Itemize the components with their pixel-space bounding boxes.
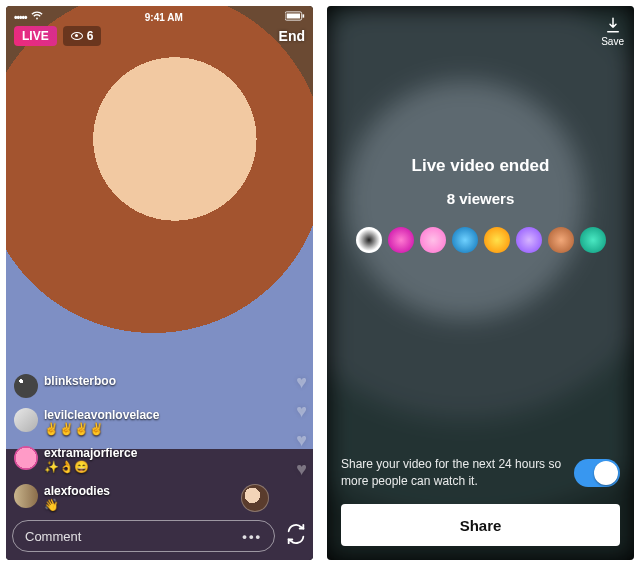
comment-input-row: Comment ••• bbox=[12, 520, 307, 552]
comment-username: blinksterboo bbox=[44, 374, 116, 388]
comment-row[interactable]: blinksterboo bbox=[14, 374, 253, 398]
end-button[interactable]: End bbox=[279, 28, 305, 44]
avatar bbox=[14, 408, 38, 432]
comment-text: ✌️✌️✌️✌️ bbox=[44, 422, 159, 436]
status-time: 9:41 AM bbox=[145, 12, 183, 23]
switch-camera-icon[interactable] bbox=[285, 523, 307, 549]
heart-icon: ♥ bbox=[296, 372, 307, 393]
share-toggle[interactable] bbox=[574, 459, 620, 487]
viewer-avatar[interactable] bbox=[484, 227, 510, 253]
heart-icon: ♥ bbox=[296, 401, 307, 422]
comment-row[interactable]: alexfoodies 👋 bbox=[14, 484, 253, 512]
share-button[interactable]: Share bbox=[341, 504, 620, 546]
more-icon[interactable]: ••• bbox=[242, 529, 262, 544]
viewer-count: 6 bbox=[87, 29, 94, 43]
heart-icon: ♥ bbox=[296, 430, 307, 451]
save-label: Save bbox=[601, 36, 624, 47]
viewer-avatar[interactable] bbox=[356, 227, 382, 253]
ios-status-bar: ••••• 9:41 AM bbox=[6, 10, 313, 24]
share-block: Share your video for the next 24 hours s… bbox=[341, 456, 620, 546]
svg-rect-1 bbox=[287, 14, 300, 19]
comment-text: ✨👌😄 bbox=[44, 460, 137, 474]
ended-viewer-count: 8 viewers bbox=[447, 190, 515, 207]
comment-username: alexfoodies bbox=[44, 484, 110, 498]
viewer-avatar[interactable] bbox=[580, 227, 606, 253]
avatar bbox=[14, 374, 38, 398]
comment-row[interactable]: extramajorfierce ✨👌😄 bbox=[14, 446, 253, 474]
comment-row[interactable]: levilcleavonlovelace ✌️✌️✌️✌️ bbox=[14, 408, 253, 436]
comment-username: levilcleavonlovelace bbox=[44, 408, 159, 422]
live-broadcast-screen: ••••• 9:41 AM LIVE 6 End ♥ ♥ ♥ ♥ bbox=[6, 6, 313, 560]
avatar bbox=[14, 446, 38, 470]
ended-title: Live video ended bbox=[412, 156, 550, 176]
viewer-avatars bbox=[356, 227, 606, 253]
comment-input[interactable]: Comment ••• bbox=[12, 520, 275, 552]
heart-icon: ♥ bbox=[296, 459, 307, 480]
svg-rect-2 bbox=[303, 14, 305, 17]
signal-dots-icon: ••••• bbox=[14, 12, 27, 23]
comment-placeholder: Comment bbox=[25, 529, 81, 544]
download-icon bbox=[604, 16, 622, 34]
toggle-knob bbox=[594, 461, 618, 485]
live-ended-screen: Save Live video ended 8 viewers Share yo… bbox=[327, 6, 634, 560]
share-message: Share your video for the next 24 hours s… bbox=[341, 456, 562, 490]
viewer-avatar[interactable] bbox=[452, 227, 478, 253]
save-button[interactable]: Save bbox=[601, 16, 624, 47]
battery-icon bbox=[285, 11, 305, 23]
live-top-bar: LIVE 6 End bbox=[14, 26, 305, 46]
viewer-avatar[interactable] bbox=[516, 227, 542, 253]
viewer-avatar[interactable] bbox=[548, 227, 574, 253]
viewer-count-pill[interactable]: 6 bbox=[63, 26, 102, 46]
floating-hearts: ♥ ♥ ♥ ♥ bbox=[296, 372, 307, 480]
live-badge: LIVE bbox=[14, 26, 57, 46]
comments-list: blinksterboo levilcleavonlovelace ✌️✌️✌️… bbox=[14, 374, 253, 512]
comment-text: 👋 bbox=[44, 498, 110, 512]
viewer-avatar[interactable] bbox=[388, 227, 414, 253]
avatar bbox=[14, 484, 38, 508]
eye-icon bbox=[71, 32, 83, 40]
viewer-avatar[interactable] bbox=[420, 227, 446, 253]
comment-username: extramajorfierce bbox=[44, 446, 137, 460]
ended-summary: Live video ended 8 viewers bbox=[327, 156, 634, 253]
wifi-icon bbox=[31, 11, 43, 23]
